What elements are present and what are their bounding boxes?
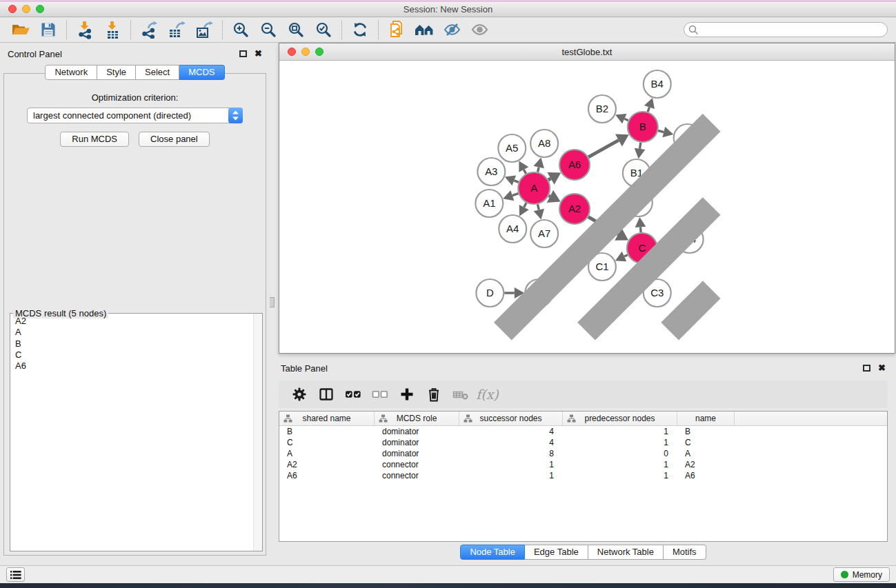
resize-grip-icon[interactable] bbox=[279, 61, 894, 352]
mcds-result-list[interactable]: A2 A B C A6 bbox=[10, 314, 253, 550]
zoom-network-window-button[interactable] bbox=[315, 48, 323, 56]
network-from-selection-button[interactable] bbox=[383, 19, 410, 41]
zoom-selected-button[interactable] bbox=[310, 19, 337, 41]
save-floppy-icon bbox=[40, 21, 57, 38]
tab-node-table[interactable]: Node Table bbox=[460, 545, 525, 560]
criterion-dropdown-value: largest connected component (directed) bbox=[28, 108, 242, 123]
tab-network-table[interactable]: Network Table bbox=[588, 545, 664, 560]
tab-style[interactable]: Style bbox=[97, 65, 136, 80]
open-session-button[interactable] bbox=[7, 19, 34, 41]
toolbar-separator bbox=[130, 21, 131, 39]
dropdown-stepper-icon bbox=[228, 108, 243, 123]
toolbar-separator bbox=[341, 21, 342, 39]
trash-icon bbox=[426, 386, 442, 403]
column-header-mcds-role[interactable]: MCDS role bbox=[375, 412, 459, 425]
main-area: Control Panel ✖ Network Style Select MCD… bbox=[0, 43, 896, 565]
mcds-result-item[interactable]: B bbox=[15, 338, 253, 349]
close-panel-icon[interactable]: ✖ bbox=[255, 50, 262, 57]
float-panel-icon[interactable] bbox=[239, 50, 247, 57]
import-network-icon bbox=[76, 21, 94, 39]
mcds-result-item[interactable]: A bbox=[15, 327, 253, 338]
table-panel-title: Table Panel bbox=[281, 363, 328, 374]
network-window-title: testGlobe.txt bbox=[562, 47, 613, 57]
column-header-name[interactable]: name bbox=[677, 412, 735, 425]
table-panel: Table Panel ✖ bbox=[270, 358, 896, 565]
function-builder-button[interactable]: f(x) bbox=[474, 387, 501, 402]
memory-button[interactable]: Memory bbox=[833, 567, 890, 582]
float-table-panel-icon[interactable] bbox=[863, 365, 870, 372]
split-divider-handle[interactable] bbox=[270, 297, 275, 307]
run-mcds-button[interactable]: Run MCDS bbox=[60, 132, 129, 147]
import-table-icon bbox=[103, 21, 121, 39]
task-history-button[interactable] bbox=[6, 567, 25, 582]
table-toolbar: f(x) bbox=[279, 381, 888, 408]
zoom-fit-button[interactable] bbox=[282, 19, 310, 41]
zoom-in-button[interactable] bbox=[227, 19, 255, 41]
hierarchy-icon bbox=[567, 414, 576, 423]
zoom-out-button[interactable] bbox=[255, 19, 282, 41]
mcds-result-scrollbar[interactable] bbox=[253, 314, 262, 551]
control-panel-title: Control Panel bbox=[8, 49, 62, 59]
close-table-panel-icon[interactable]: ✖ bbox=[878, 365, 886, 372]
close-window-button[interactable] bbox=[8, 5, 17, 13]
column-header-predecessor-nodes[interactable]: predecessor nodes bbox=[563, 412, 677, 425]
status-bar: Memory bbox=[0, 565, 896, 583]
houses-icon bbox=[415, 22, 434, 37]
tab-select[interactable]: Select bbox=[136, 65, 179, 80]
eye-slash-icon bbox=[444, 21, 461, 38]
home-button[interactable] bbox=[410, 19, 438, 41]
tab-network[interactable]: Network bbox=[45, 65, 97, 80]
table-settings-button[interactable] bbox=[286, 386, 312, 403]
application-window: Session: New Session bbox=[0, 0, 896, 588]
table-row[interactable]: C dominator 4 1 C bbox=[279, 437, 887, 448]
zoom-in-icon bbox=[232, 21, 249, 38]
minimize-window-button[interactable] bbox=[22, 5, 30, 13]
network-window-controls bbox=[288, 48, 323, 56]
table-row[interactable]: A6 connector 1 1 A6 bbox=[279, 470, 887, 481]
columns-icon bbox=[318, 386, 335, 403]
show-columns-button[interactable] bbox=[312, 386, 339, 403]
network-view-window: testGlobe.txt B4B2BB3A5A8A3A6B1AA1C2A2A4… bbox=[279, 43, 895, 354]
control-panel-tabs: Network Style Select MCDS bbox=[0, 65, 270, 80]
zoom-window-button[interactable] bbox=[36, 5, 44, 13]
tab-edge-table[interactable]: Edge Table bbox=[525, 545, 588, 560]
column-header-shared-name[interactable]: shared name bbox=[279, 412, 375, 425]
open-folder-icon bbox=[11, 21, 30, 38]
table-panel-tabs: Node Table Edge Table Network Table Moti… bbox=[270, 545, 896, 560]
export-image-button[interactable] bbox=[190, 19, 218, 41]
select-all-columns-button[interactable] bbox=[339, 386, 366, 403]
mcds-tab-pane: Optimization criterion: largest connecte… bbox=[3, 73, 266, 556]
criterion-dropdown[interactable]: largest connected component (directed) bbox=[27, 108, 243, 123]
mcds-result-item[interactable]: C bbox=[15, 349, 253, 361]
checked-boxes-icon bbox=[345, 386, 361, 403]
mcds-result-item[interactable]: A6 bbox=[15, 361, 253, 372]
gear-icon bbox=[291, 386, 308, 403]
main-toolbar bbox=[0, 17, 896, 43]
mcds-result-item[interactable]: A2 bbox=[15, 316, 253, 327]
minimize-network-window-button[interactable] bbox=[301, 48, 310, 56]
refresh-layout-button[interactable] bbox=[346, 19, 374, 41]
delete-table-button[interactable] bbox=[447, 386, 474, 403]
import-table-button[interactable] bbox=[99, 19, 126, 41]
import-network-button[interactable] bbox=[71, 19, 99, 41]
show-all-button[interactable] bbox=[466, 19, 493, 41]
tab-motifs[interactable]: Motifs bbox=[664, 545, 706, 560]
export-table-button[interactable] bbox=[163, 19, 190, 41]
table-row[interactable]: A2 connector 1 1 A2 bbox=[279, 459, 887, 470]
create-column-button[interactable] bbox=[393, 386, 420, 403]
tab-mcds[interactable]: MCDS bbox=[179, 65, 224, 80]
mcds-action-buttons: Run MCDS Close panel bbox=[4, 132, 266, 147]
delete-columns-button[interactable] bbox=[420, 386, 447, 403]
table-row[interactable]: A dominator 8 0 A bbox=[279, 448, 887, 459]
search-input[interactable] bbox=[684, 22, 888, 37]
hide-selected-button[interactable] bbox=[438, 19, 466, 41]
deselect-all-columns-button[interactable] bbox=[366, 386, 393, 403]
close-network-window-button[interactable] bbox=[288, 48, 296, 56]
export-network-button[interactable] bbox=[135, 19, 163, 41]
close-panel-button[interactable]: Close panel bbox=[139, 132, 210, 147]
column-header-successor-nodes[interactable]: successor nodes bbox=[459, 412, 563, 425]
hierarchy-icon bbox=[464, 414, 472, 423]
table-row[interactable]: B dominator 4 1 B bbox=[279, 426, 887, 437]
save-session-button[interactable] bbox=[34, 19, 62, 41]
network-canvas[interactable]: B4B2BB3A5A8A3A6B1AA1C2A2A4A7CC4C1C3DD1 bbox=[279, 61, 895, 353]
